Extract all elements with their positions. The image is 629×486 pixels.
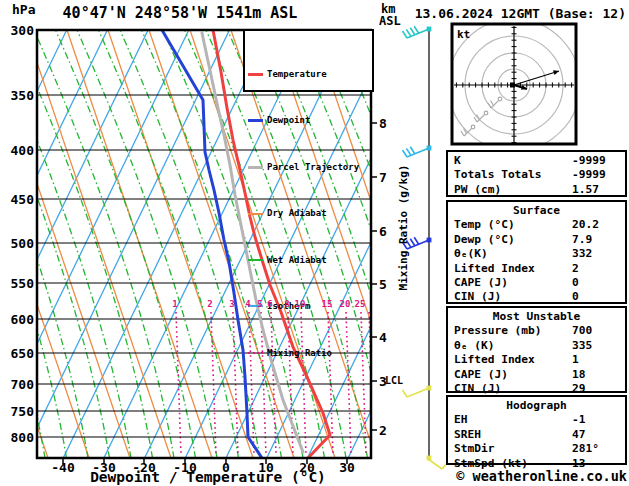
km-tick-label: 2 xyxy=(379,423,387,438)
pressure-tick-label: 450 xyxy=(4,192,34,207)
table-title: Hodograph xyxy=(454,399,625,413)
pressure-tick-label: 400 xyxy=(4,143,34,158)
table-title: Surface xyxy=(454,204,625,218)
indices-table: K-9999 Totals Totals-9999 PW (cm)1.57 xyxy=(446,150,627,197)
table-row: StmDir281° xyxy=(454,442,625,456)
table-row: CIN (J)0 xyxy=(454,290,625,304)
table-row: Pressure (mb)700 xyxy=(454,324,625,338)
table-row: CAPE (J)0 xyxy=(454,276,625,290)
dry-adiabat-swatch xyxy=(248,213,263,215)
pressure-tick-label: 600 xyxy=(4,312,34,327)
altitude-asl-unit-label: ASL xyxy=(379,14,401,28)
legend-label: Wet Adiabat xyxy=(267,256,327,264)
legend-label: Parcel Trajectory xyxy=(267,163,359,171)
hodograph-unit-label: kt xyxy=(457,28,470,41)
pressure-tick-label: 550 xyxy=(4,276,34,291)
pressure-tick-label: 500 xyxy=(4,236,34,251)
hodograph-table: Hodograph EH-1 SREH47 StmDir281° StmSpd … xyxy=(446,395,627,465)
pressure-tick-label: 750 xyxy=(4,404,34,419)
legend-item: Mixing Ratio xyxy=(248,349,372,357)
legend-item: Temperature xyxy=(248,70,372,78)
km-tick-label: 7 xyxy=(379,170,387,185)
table-row: θₑ (K)335 xyxy=(454,339,625,353)
legend-item: Dry Adiabat xyxy=(248,209,372,217)
legend-item: Dewpoint xyxy=(248,116,372,124)
table-row: θₑ(K)332 xyxy=(454,247,625,261)
table-title: Most Unstable xyxy=(454,310,625,324)
table-row: SREH47 xyxy=(454,428,625,442)
copyright-label: © weatheronline.co.uk xyxy=(456,468,627,484)
pressure-tick-label: 350 xyxy=(4,88,34,103)
table-row: Lifted Index2 xyxy=(454,262,625,276)
pressure-tick-label: 650 xyxy=(4,346,34,361)
surface-table: Surface Temp (°C)20.2 Dewp (°C)7.9 θₑ(K)… xyxy=(446,200,627,304)
km-tick-label: 8 xyxy=(379,116,387,131)
mixing-ratio-value-label: 10 xyxy=(289,299,311,309)
mixing-ratio-value-label: 2 xyxy=(199,299,221,309)
km-tick-label: 4 xyxy=(379,330,387,345)
table-row: K-9999 xyxy=(454,154,625,168)
km-tick-label: 5 xyxy=(379,277,387,292)
legend-item: Wet Adiabat xyxy=(248,256,372,264)
x-axis-title: Dewpoint / Temperature (°C) xyxy=(78,469,338,485)
parcel-line-swatch xyxy=(248,166,263,169)
table-row: PW (cm)1.57 xyxy=(454,183,625,197)
legend-item: Parcel Trajectory xyxy=(248,163,372,171)
station-title: 40°47'N 248°58'W 1541m ASL xyxy=(30,4,330,22)
legend: Temperature Dewpoint Parcel Trajectory D… xyxy=(243,29,374,92)
skewt-sounding-app: hPa 40°47'N 248°58'W 1541m ASL km ASL 13… xyxy=(0,0,629,486)
datetime-label: 13.06.2024 12GMT (Base: 12) xyxy=(415,6,626,21)
table-row: CAPE (J)18 xyxy=(454,368,625,382)
table-row: Lifted Index1 xyxy=(454,353,625,367)
right-axis-title: Mixing Ratio (g/kg) xyxy=(397,157,410,299)
lcl-label: LCL xyxy=(385,375,403,386)
table-row: Dewp (°C)7.9 xyxy=(454,233,625,247)
wet-adiabat-swatch xyxy=(248,259,263,261)
most-unstable-table: Most Unstable Pressure (mb)700 θₑ (K)335… xyxy=(446,306,627,393)
legend-label: Temperature xyxy=(267,70,327,78)
pressure-tick-label: 800 xyxy=(4,430,34,445)
temperature-line-swatch xyxy=(248,73,263,76)
pressure-tick-label: 300 xyxy=(4,23,34,38)
table-row: Temp (°C)20.2 xyxy=(454,218,625,232)
mixing-ratio-value-label: 25 xyxy=(349,299,371,309)
mixing-ratio-value-label: 1 xyxy=(164,299,186,309)
pressure-tick-label: 700 xyxy=(4,377,34,392)
legend-label: Dry Adiabat xyxy=(267,209,327,217)
km-tick-label: 6 xyxy=(379,224,387,239)
dewpoint-line-swatch xyxy=(248,119,263,122)
table-row: Totals Totals-9999 xyxy=(454,168,625,182)
mixing-ratio-swatch xyxy=(248,352,263,354)
legend-label: Mixing Ratio xyxy=(267,349,332,357)
table-row: EH-1 xyxy=(454,413,625,427)
legend-label: Dewpoint xyxy=(267,116,310,124)
